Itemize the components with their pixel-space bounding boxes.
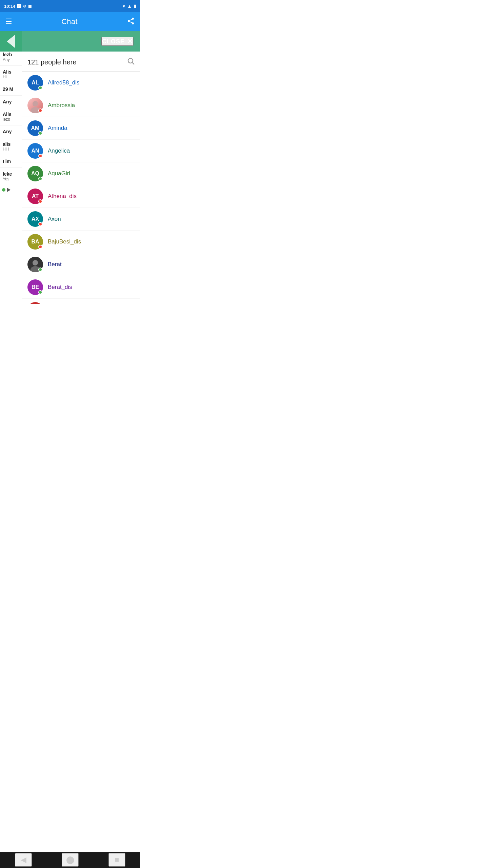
close-icon: ✕ xyxy=(127,38,133,45)
username-label: Athena_dis xyxy=(48,193,77,200)
svg-point-1 xyxy=(128,20,130,22)
avatar-wrap: BE xyxy=(27,279,43,295)
status-dot xyxy=(38,290,42,294)
user-list-item[interactable]: ATAthena_dis xyxy=(22,185,140,208)
username-label: Axon xyxy=(48,216,61,222)
battery-icon: ▮ xyxy=(134,4,136,8)
svg-line-6 xyxy=(133,63,135,65)
signal-icon: ▲ xyxy=(127,3,132,9)
avatar-wrap: AT xyxy=(27,189,43,204)
status-right: ▾ ▲ ▮ xyxy=(123,3,136,9)
svg-line-4 xyxy=(130,19,132,20)
user-list-item[interactable]: BRBrettTech_dis xyxy=(22,299,140,304)
username-label: Berat_dis xyxy=(48,284,72,291)
status-dot xyxy=(38,154,42,158)
status-dot xyxy=(38,268,42,272)
triangle-indicator xyxy=(7,188,11,192)
search-button[interactable] xyxy=(127,57,135,67)
avatar: BR xyxy=(27,302,43,304)
svg-line-3 xyxy=(130,21,132,23)
people-header: 121 people here xyxy=(22,52,140,72)
avatar-wrap: BA xyxy=(27,234,43,250)
chat-bg-item: alis Hi I xyxy=(0,138,22,155)
chat-bg-item: I im xyxy=(0,155,22,168)
notification-arrow xyxy=(0,31,22,52)
avatar-wrap: AX xyxy=(27,211,43,227)
svg-point-5 xyxy=(128,58,133,63)
chat-bg-item: Alis lezb xyxy=(0,108,22,125)
app-bar: ☰ Chat xyxy=(0,12,140,31)
avatar-wrap: BR xyxy=(27,302,43,304)
notification-bar: CLOSE ✕ xyxy=(22,31,140,52)
username-label: Berat xyxy=(48,261,62,268)
sd-icon: ▦ xyxy=(28,4,32,8)
chat-bg-item: leke Yes xyxy=(0,168,22,185)
notification-icon: 🅰 xyxy=(17,4,21,8)
avatar-wrap: AM xyxy=(27,120,43,136)
status-dot xyxy=(38,222,42,226)
avatar-wrap xyxy=(27,257,43,272)
status-dot xyxy=(38,177,42,181)
user-list-item[interactable]: Ambrossia xyxy=(22,94,140,117)
avatar-wrap: AQ xyxy=(27,166,43,181)
avatar-wrap xyxy=(27,98,43,113)
status-bar: 10:14 🅰 ⊙ ▦ ▾ ▲ ▮ xyxy=(0,0,140,12)
oreo-icon: ⊙ xyxy=(23,4,26,8)
status-dot xyxy=(38,108,42,113)
share-icon[interactable] xyxy=(127,17,135,27)
status-left: 10:14 🅰 ⊙ ▦ xyxy=(4,4,32,9)
chat-background: fede Hell lezb Any Alis Hi 29 M Any Alis… xyxy=(0,31,22,304)
avatar-wrap: AN xyxy=(27,143,43,159)
status-dot xyxy=(38,131,42,135)
username-label: Allred58_dis xyxy=(48,79,80,86)
pagination-area xyxy=(0,185,22,195)
username-label: Aminda xyxy=(48,125,67,132)
menu-icon[interactable]: ☰ xyxy=(5,17,12,26)
user-list-item[interactable]: Berat xyxy=(22,253,140,276)
username-label: AquaGirl xyxy=(48,170,70,177)
wifi-icon: ▾ xyxy=(123,4,125,9)
chat-bg-item: 29 M xyxy=(0,83,22,96)
close-button[interactable]: CLOSE ✕ xyxy=(101,37,134,46)
username-label: Angelica xyxy=(48,147,70,154)
svg-point-9 xyxy=(33,260,38,265)
user-list-item[interactable]: BEBerat_dis xyxy=(22,276,140,299)
chat-bg-item: Any xyxy=(0,96,22,108)
user-list-item[interactable]: AXAxon xyxy=(22,208,140,231)
username-label: BajuBesi_dis xyxy=(48,238,81,245)
user-list-item[interactable]: ANAngelica xyxy=(22,140,140,162)
user-list-item[interactable]: ALAllred58_dis xyxy=(22,72,140,94)
status-dot xyxy=(38,86,42,90)
user-list-item[interactable]: AMAminda xyxy=(22,117,140,140)
chat-bg-item: Alis Hi xyxy=(0,66,22,83)
svg-point-7 xyxy=(33,101,38,106)
people-count: 121 people here xyxy=(27,58,77,66)
user-list-item[interactable]: AQAquaGirl xyxy=(22,162,140,185)
avatar-wrap: AL xyxy=(27,75,43,91)
close-label: CLOSE xyxy=(102,38,125,45)
time-display: 10:14 xyxy=(4,4,15,9)
svg-point-2 xyxy=(132,22,134,24)
people-panel: 121 people here ALAllred58_disAmbrossiaA… xyxy=(22,52,140,304)
username-label: Ambrossia xyxy=(48,102,75,109)
status-dot xyxy=(38,245,42,249)
user-list-item[interactable]: BABajuBesi_dis xyxy=(22,231,140,253)
green-dot-indicator xyxy=(2,188,5,192)
user-list: ALAllred58_disAmbrossiaAMAmindaANAngelic… xyxy=(22,72,140,304)
app-title: Chat xyxy=(61,17,78,26)
svg-point-0 xyxy=(132,18,134,20)
status-dot xyxy=(38,199,42,203)
chat-bg-item: Any xyxy=(0,125,22,138)
